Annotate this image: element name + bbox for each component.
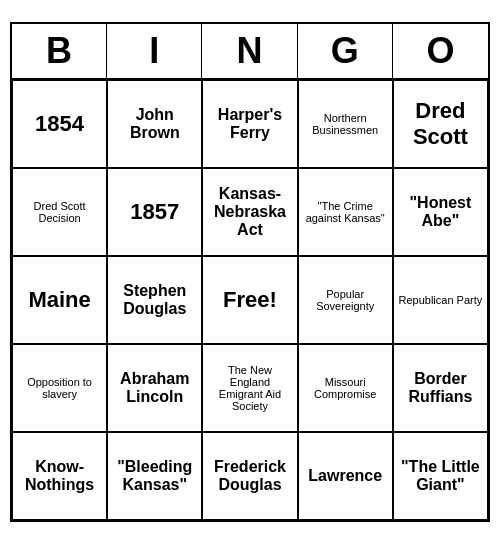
cell-text-7: Kansas-Nebraska Act bbox=[207, 185, 292, 239]
cell-text-24: "The Little Giant" bbox=[398, 458, 483, 494]
cell-text-6: 1857 bbox=[112, 199, 197, 225]
bingo-cell-20: Know-Nothings bbox=[12, 432, 107, 520]
bingo-cell-23: Lawrence bbox=[298, 432, 393, 520]
cell-text-1: John Brown bbox=[112, 106, 197, 142]
bingo-cell-15: Opposition to slavery bbox=[12, 344, 107, 432]
cell-text-16: Abraham Lincoln bbox=[112, 370, 197, 406]
cell-text-18: Missouri Compromise bbox=[303, 376, 388, 400]
header-letter-i: I bbox=[107, 24, 202, 78]
bingo-cell-10: Maine bbox=[12, 256, 107, 344]
bingo-cell-11: Stephen Douglas bbox=[107, 256, 202, 344]
cell-text-17: The New England Emigrant Aid Society bbox=[207, 364, 292, 412]
bingo-card: BINGO 1854John BrownHarper's FerryNorthe… bbox=[10, 22, 490, 522]
bingo-cell-9: "Honest Abe" bbox=[393, 168, 488, 256]
bingo-cell-21: "Bleeding Kansas" bbox=[107, 432, 202, 520]
bingo-grid: 1854John BrownHarper's FerryNorthern Bus… bbox=[12, 80, 488, 520]
bingo-cell-17: The New England Emigrant Aid Society bbox=[202, 344, 297, 432]
bingo-cell-12: Free! bbox=[202, 256, 297, 344]
bingo-cell-3: Northern Businessmen bbox=[298, 80, 393, 168]
cell-text-20: Know-Nothings bbox=[17, 458, 102, 494]
bingo-cell-0: 1854 bbox=[12, 80, 107, 168]
cell-text-0: 1854 bbox=[17, 111, 102, 137]
bingo-cell-24: "The Little Giant" bbox=[393, 432, 488, 520]
bingo-cell-5: Dred Scott Decision bbox=[12, 168, 107, 256]
cell-text-5: Dred Scott Decision bbox=[17, 200, 102, 224]
bingo-cell-19: Border Ruffians bbox=[393, 344, 488, 432]
cell-text-9: "Honest Abe" bbox=[398, 194, 483, 230]
cell-text-12: Free! bbox=[207, 287, 292, 313]
bingo-cell-18: Missouri Compromise bbox=[298, 344, 393, 432]
bingo-cell-6: 1857 bbox=[107, 168, 202, 256]
header-letter-g: G bbox=[298, 24, 393, 78]
cell-text-11: Stephen Douglas bbox=[112, 282, 197, 318]
cell-text-22: Frederick Douglas bbox=[207, 458, 292, 494]
bingo-cell-7: Kansas-Nebraska Act bbox=[202, 168, 297, 256]
bingo-cell-2: Harper's Ferry bbox=[202, 80, 297, 168]
bingo-cell-4: Dred Scott bbox=[393, 80, 488, 168]
cell-text-23: Lawrence bbox=[303, 467, 388, 485]
cell-text-2: Harper's Ferry bbox=[207, 106, 292, 142]
bingo-header: BINGO bbox=[12, 24, 488, 80]
cell-text-19: Border Ruffians bbox=[398, 370, 483, 406]
header-letter-b: B bbox=[12, 24, 107, 78]
cell-text-10: Maine bbox=[17, 287, 102, 313]
cell-text-14: Republican Party bbox=[398, 294, 483, 306]
bingo-cell-14: Republican Party bbox=[393, 256, 488, 344]
cell-text-13: Popular Sovereignty bbox=[303, 288, 388, 312]
cell-text-3: Northern Businessmen bbox=[303, 112, 388, 136]
cell-text-4: Dred Scott bbox=[398, 98, 483, 150]
bingo-cell-22: Frederick Douglas bbox=[202, 432, 297, 520]
cell-text-21: "Bleeding Kansas" bbox=[112, 458, 197, 494]
cell-text-15: Opposition to slavery bbox=[17, 376, 102, 400]
header-letter-o: O bbox=[393, 24, 488, 78]
bingo-cell-13: Popular Sovereignty bbox=[298, 256, 393, 344]
bingo-cell-1: John Brown bbox=[107, 80, 202, 168]
bingo-cell-8: "The Crime against Kansas" bbox=[298, 168, 393, 256]
header-letter-n: N bbox=[202, 24, 297, 78]
cell-text-8: "The Crime against Kansas" bbox=[303, 200, 388, 224]
bingo-cell-16: Abraham Lincoln bbox=[107, 344, 202, 432]
